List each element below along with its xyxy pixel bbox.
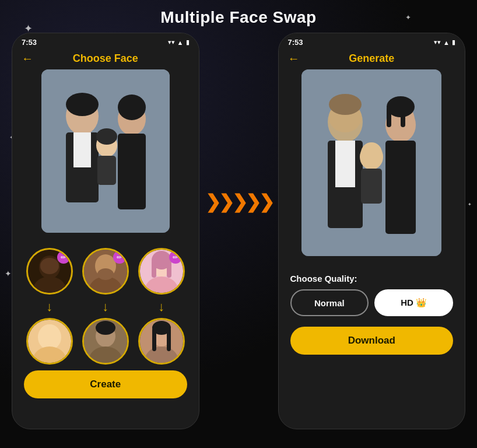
svg-rect-24 [167, 260, 171, 278]
target-face-2 [82, 318, 129, 365]
target-face-3 [138, 318, 185, 365]
forward-arrows: ❯❯❯❯❯ [199, 191, 278, 213]
signal-icon: ▾▾ [168, 38, 175, 46]
arrow-down-1: ↓ [46, 299, 52, 314]
svg-point-48 [329, 94, 362, 115]
svg-rect-44 [385, 141, 416, 234]
svg-rect-46 [361, 169, 382, 204]
page-title: Multiple Face Swap [0, 0, 477, 33]
generated-photo [301, 69, 441, 256]
source-faces-row: ✏ ✏ [12, 248, 199, 295]
phone2-icons: ▾▾ ▲ ▮ [434, 38, 455, 46]
edit-badge-2[interactable]: ✏ [113, 251, 126, 264]
phone2-header: ← Generate [279, 49, 465, 69]
svg-point-28 [39, 324, 60, 345]
edit-badge-3[interactable]: ✏ [169, 251, 182, 264]
source-face-2[interactable]: ✏ [82, 248, 129, 295]
normal-quality-button[interactable]: Normal [290, 289, 369, 316]
wifi-icon-2: ▲ [443, 39, 450, 46]
svg-point-14 [40, 258, 59, 274]
svg-point-49 [361, 142, 382, 163]
download-button[interactable]: Download [290, 327, 454, 355]
phone1-title: Choose Face [73, 52, 138, 65]
arrows-row: ↓ ↓ ↓ [12, 299, 199, 314]
arrow-down-2: ↓ [102, 299, 108, 314]
phone1-icons: ▾▾ ▲ ▮ [168, 38, 190, 46]
svg-rect-53 [401, 107, 405, 127]
svg-point-9 [118, 94, 146, 120]
svg-rect-38 [167, 328, 171, 351]
phone1-time: 7:53 [22, 38, 37, 47]
phone2-back-button[interactable]: ← [288, 52, 300, 65]
phone1-status-bar: 7:53 ▾▾ ▲ ▮ [12, 33, 199, 49]
target-faces-row [12, 318, 199, 365]
svg-rect-23 [152, 260, 156, 278]
wifi-icon: ▲ [177, 39, 184, 46]
hd-quality-button[interactable]: HD 👑 [374, 289, 453, 316]
svg-rect-42 [335, 141, 355, 187]
svg-point-8 [66, 93, 99, 116]
phone1-back-button[interactable]: ← [22, 52, 33, 65]
source-face-1[interactable]: ✏ [26, 248, 73, 295]
phone1: 7:53 ▾▾ ▲ ▮ ← Choose Face [12, 33, 199, 429]
source-face-3[interactable]: ✏ [138, 248, 185, 295]
phone1-header: ← Choose Face [12, 49, 199, 69]
phone2-status-bar: 7:53 ▾▾ ▲ ▮ [279, 33, 465, 49]
quality-label: Choose Quality: [290, 274, 454, 284]
target-face-1 [26, 318, 73, 365]
svg-point-32 [96, 321, 115, 335]
arrow-down-3: ↓ [158, 299, 164, 314]
quality-section: Choose Quality: Normal HD 👑 [279, 269, 465, 321]
quality-buttons: Normal HD 👑 [290, 289, 454, 316]
create-button[interactable]: Create [24, 370, 187, 398]
phones-container: 7:53 ▾▾ ▲ ▮ ← Choose Face [0, 33, 477, 429]
source-photo [41, 69, 170, 233]
svg-rect-52 [387, 107, 391, 127]
svg-point-18 [97, 268, 114, 280]
phone2: 7:53 ▾▾ ▲ ▮ ← Generate [278, 33, 466, 429]
svg-rect-37 [152, 328, 156, 351]
phone2-title: Generate [349, 52, 394, 65]
edit-badge-1[interactable]: ✏ [57, 251, 70, 264]
phone2-time: 7:53 [288, 38, 303, 47]
battery-icon-2: ▮ [452, 38, 455, 46]
svg-rect-3 [73, 132, 91, 167]
battery-icon: ▮ [186, 38, 190, 46]
svg-rect-7 [97, 156, 116, 185]
signal-icon-2: ▾▾ [434, 38, 441, 46]
svg-point-10 [96, 128, 117, 145]
svg-rect-5 [118, 134, 146, 209]
